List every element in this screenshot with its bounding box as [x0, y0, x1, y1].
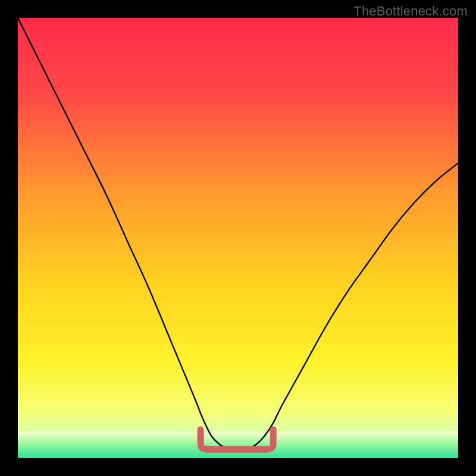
gradient-background	[18, 18, 458, 458]
baseline-band	[18, 432, 458, 458]
chart-svg	[18, 18, 458, 458]
watermark-text: TheBottleneck.com	[353, 4, 468, 19]
chart-stage: TheBottleneck.com	[0, 0, 476, 476]
